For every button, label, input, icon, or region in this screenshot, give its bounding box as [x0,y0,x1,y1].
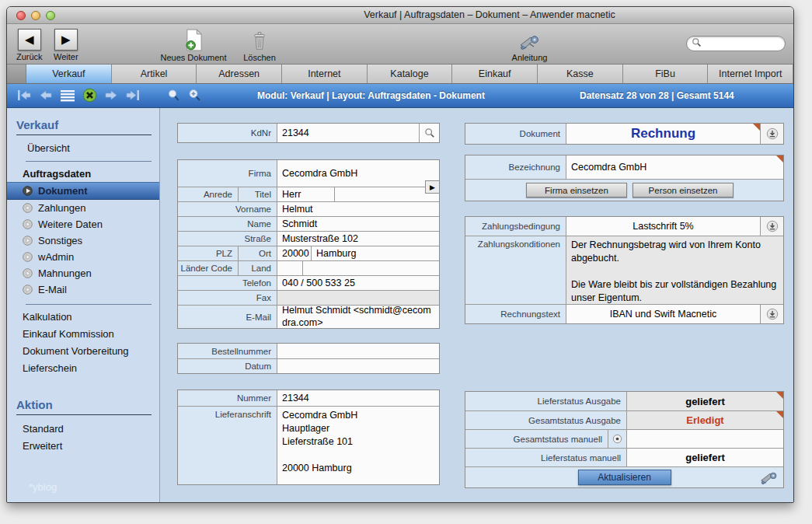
play-icon [23,285,33,295]
sidebar-item-lieferschein[interactable]: Lieferschein [7,359,159,376]
play-icon [23,236,33,246]
cancel-icon[interactable] [82,88,97,106]
forward-label: Weiter [54,52,78,61]
gesamtstatus-manuell-label: Gesamtstatus manuell [465,430,627,448]
tab-kasse[interactable]: Kasse [538,65,623,83]
tab-verkauf[interactable]: Verkauf [26,65,112,83]
name-field[interactable]: Schmidt [277,217,439,231]
back-button[interactable]: ◀ Zurück [16,29,43,61]
email-field[interactable]: Helmut Schmidt <schmidt@cecomdra.com> [277,306,439,328]
last-record-icon[interactable] [125,89,141,105]
land-field[interactable] [302,261,439,275]
delivery-group: Nummer 21344 Lieferanschrift Cecomdra Gm… [177,390,440,485]
aktualisieren-button[interactable]: Aktualisieren [578,470,671,485]
kdnr-field[interactable]: 21344 [277,124,419,142]
nummer-field[interactable]: 21344 [277,390,439,406]
manual-button[interactable]: Anleitung [493,28,566,62]
tab-artikel[interactable]: Artikel [112,65,197,83]
lieferanschrift-field[interactable]: Cecomdra GmbH Hauptlager Lieferstraße 10… [277,407,439,484]
tool-icon[interactable] [760,470,779,489]
firma-label: Firma [178,160,277,187]
dokument-dropdown-button[interactable] [760,124,783,144]
kdnr-group: KdNr 21344 [177,123,440,143]
lieferstatus-manuell-value[interactable]: geliefert [627,449,783,466]
laendercode-field[interactable] [277,261,302,275]
sidebar-item-kalkulation[interactable]: Kalkulation [7,308,159,325]
tool-icon [519,28,541,51]
toolbar: ◀ Zurück ▶ Weiter Neues Dokument [7,24,793,65]
back-arrow-icon: ◀ [25,33,34,47]
tab-adressen[interactable]: Adressen [197,65,282,83]
sidebar-item-dokument[interactable]: Dokument [7,182,159,200]
telefon-label: Telefon [178,276,277,290]
rechnungstext-label: Rechnungstext [465,305,566,323]
dokument-label: Dokument [465,124,566,144]
tab-internet-import[interactable]: Internet Import [708,65,793,83]
insert-down-icon [766,220,779,232]
zoom-in-icon[interactable] [187,89,202,105]
tab-fibu[interactable]: FiBu [623,65,709,83]
kdnr-lookup-button[interactable] [419,124,439,142]
firma-einsetzen-button[interactable]: Firma einsetzen [526,183,627,197]
sidebar-divider [26,304,152,305]
sidebar-section-aktion: Aktion [16,398,152,415]
next-record-icon[interactable] [104,89,118,105]
titel-field-2[interactable] [334,187,439,201]
plz-field[interactable]: 20000 [277,246,311,260]
previous-record-icon[interactable] [39,89,53,105]
gesamtstatus-ausgabe-label: Gesamtstatus Ausgabe [465,411,627,429]
title-bar[interactable]: Verkauf | Auftragsdaten – Dokument – Anw… [7,7,793,24]
sidebar-item-zahlungen[interactable]: Zahlungen [7,200,159,216]
gesamtstatus-manuell-value[interactable] [627,430,783,448]
vorname-label: Vorname [178,202,277,216]
sidebar-item-mahnungen[interactable]: Mahnungen [7,265,159,281]
firma-expand-button[interactable]: ▶ [425,180,440,194]
module-layout-text: Modul: Verkauf | Layout: Auftragsdaten -… [257,90,485,101]
zoom-out-icon[interactable] [167,89,180,105]
titel-field[interactable]: Herr [277,187,334,201]
tab-kataloge[interactable]: Kataloge [368,65,453,83]
tab-internet[interactable]: Internet [282,65,368,83]
telefon-field[interactable]: 040 / 500 533 25 [277,276,439,290]
vorname-field[interactable]: Helmut [277,202,439,216]
status-group: Lieferstatus Ausgabe geliefert Gesamtsta… [465,391,784,488]
search-field[interactable] [686,36,786,51]
ort-field[interactable]: Hamburg [311,246,439,260]
person-einsetzen-button[interactable]: Person einsetzen [633,183,734,197]
delete-button[interactable]: Löschen [236,28,283,62]
zahlungsbedingung-dropdown-button[interactable] [760,217,783,236]
strasse-field[interactable]: Musterstraße 102 [277,232,439,246]
new-document-button[interactable]: Neues Dokument [151,28,236,62]
anrede-label: Anrede [178,187,239,201]
first-record-icon[interactable] [16,89,32,105]
forward-button[interactable]: ▶ Weiter [54,29,78,61]
sidebar-item-standard[interactable]: Standard [7,420,159,437]
sidebar-item-uebersicht[interactable]: Übersicht [7,139,159,156]
tab-bar-stub [7,65,26,83]
rechnungstext-dropdown-button[interactable] [760,305,783,323]
dokument-type-field[interactable]: Rechnung [566,124,760,144]
datum-field[interactable] [277,359,439,373]
record-list-icon[interactable] [60,89,75,105]
payment-group: Zahlungsbedingung Lastschrift 5% Zahlung… [465,216,784,324]
zahlungskonditionen-field[interactable]: Der Rechnungsbetrag wird von Ihrem Konto… [566,236,783,304]
rechnungstext-field[interactable]: IBAN und Swift Macnetic [566,305,760,323]
sidebar-item-einkauf-kommission[interactable]: Einkauf Kommission [7,325,159,342]
firma-field[interactable]: Cecomdra GmbH [277,160,439,187]
bestellnummer-field[interactable] [277,344,439,358]
sidebar-item-wadmin[interactable]: wAdmin [7,249,159,265]
bezeichnung-field[interactable]: Cecomdra GmbH [566,155,783,179]
sidebar-item-weitere-daten[interactable]: Weitere Daten [7,216,159,232]
window-title: Verkauf | Auftragsdaten – Dokument – Anw… [7,9,793,20]
sidebar-item-sonstiges[interactable]: Sonstiges [7,232,159,249]
sidebar-item-erweitert[interactable]: Erweitert [7,437,159,454]
fax-field[interactable] [277,291,439,305]
play-icon [23,203,33,213]
record-navigation-bar: Modul: Verkauf | Layout: Auftragsdaten -… [7,84,793,108]
gesamtstatus-manuell-radio[interactable] [608,430,626,448]
sidebar-item-dokument-vorbereitung[interactable]: Dokument Vorbereitung [7,342,159,359]
search-input[interactable] [702,39,776,48]
zahlungsbedingung-field[interactable]: Lastschrift 5% [566,217,760,236]
sidebar-item-email[interactable]: E-Mail [7,281,159,298]
tab-einkauf[interactable]: Einkauf [452,65,538,83]
